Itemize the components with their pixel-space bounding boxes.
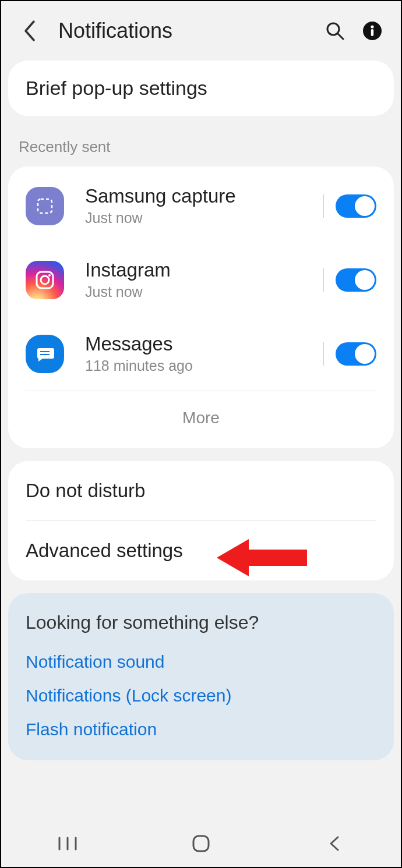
svg-rect-15 — [193, 836, 209, 851]
instagram-icon — [26, 261, 64, 299]
advanced-settings-row[interactable]: Advanced settings — [8, 521, 394, 580]
divider — [323, 194, 324, 218]
messages-icon — [26, 335, 64, 373]
link-notification-sound[interactable]: Notification sound — [26, 652, 376, 672]
svg-rect-6 — [37, 272, 53, 288]
app-name: Samsung capture — [85, 185, 312, 207]
back-icon — [327, 835, 341, 852]
toggle-messages[interactable] — [336, 342, 376, 366]
app-sub: Just now — [85, 210, 312, 226]
info-icon — [362, 20, 383, 41]
svg-point-8 — [48, 274, 51, 277]
brief-popup-label: Brief pop-up settings — [8, 61, 394, 116]
do-not-disturb-row[interactable]: Do not disturb — [8, 461, 394, 520]
nav-back[interactable] — [320, 829, 349, 858]
divider — [323, 268, 324, 292]
info-button[interactable] — [359, 17, 386, 44]
recent-apps-card: Samsung capture Just now Instagram Just … — [8, 166, 394, 448]
brief-popup-card[interactable]: Brief pop-up settings — [8, 61, 394, 116]
back-button[interactable] — [16, 18, 42, 44]
home-icon — [191, 834, 211, 853]
recently-sent-label: Recently sent — [1, 123, 401, 166]
header-bar: Notifications — [1, 1, 401, 61]
toggle-samsung-capture[interactable] — [336, 194, 376, 218]
chevron-left-icon — [22, 19, 37, 42]
nav-home[interactable] — [186, 829, 216, 858]
search-icon — [325, 20, 345, 41]
more-button[interactable]: More — [8, 391, 394, 448]
app-row-messages[interactable]: Messages 118 minutes ago — [8, 317, 394, 391]
svg-line-1 — [338, 34, 343, 39]
nav-recents[interactable] — [53, 829, 82, 858]
app-name: Messages — [85, 333, 312, 355]
looking-title: Looking for something else? — [26, 612, 376, 633]
app-row-instagram[interactable]: Instagram Just now — [8, 243, 394, 317]
system-nav-bar — [1, 820, 401, 867]
samsung-capture-icon — [26, 187, 64, 225]
app-sub: 118 minutes ago — [85, 357, 312, 374]
app-name: Instagram — [85, 259, 312, 281]
looking-for-card: Looking for something else? Notification… — [8, 593, 394, 760]
toggle-instagram[interactable] — [336, 268, 376, 292]
link-flash-notification[interactable]: Flash notification — [26, 720, 376, 739]
recents-icon — [57, 835, 78, 852]
app-sub: Just now — [85, 284, 312, 300]
svg-point-3 — [371, 25, 373, 28]
app-row-samsung-capture[interactable]: Samsung capture Just now — [8, 169, 394, 243]
svg-point-7 — [41, 276, 49, 284]
svg-rect-4 — [371, 29, 373, 36]
settings-card: Do not disturb Advanced settings — [8, 461, 394, 580]
page-title: Notifications — [58, 19, 311, 43]
search-button[interactable] — [322, 17, 348, 44]
divider — [323, 342, 324, 366]
link-notifications-lock-screen[interactable]: Notifications (Lock screen) — [26, 686, 376, 706]
svg-rect-5 — [38, 199, 52, 213]
